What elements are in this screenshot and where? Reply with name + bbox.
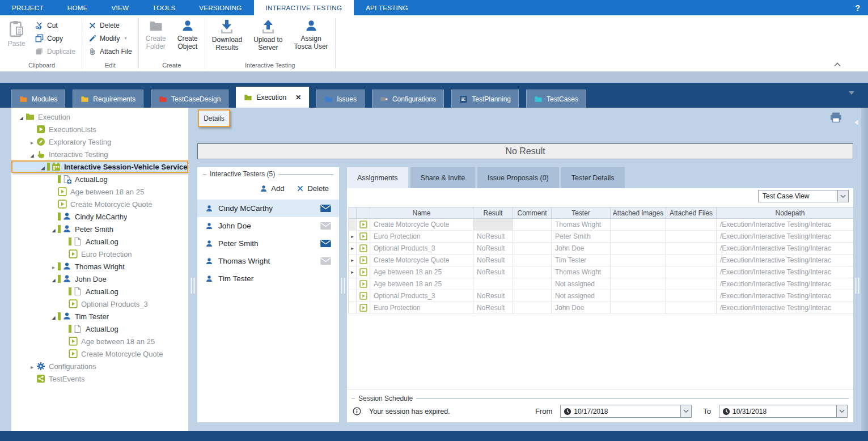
cell-result[interactable]: [473, 219, 513, 231]
collapsed-side-panel[interactable]: [861, 108, 868, 431]
splitter-handle-icon[interactable]: [856, 278, 859, 294]
tester-row[interactable]: Thomas Wright: [197, 252, 339, 270]
tree-item[interactable]: Configurations: [11, 360, 188, 372]
cell-comment[interactable]: [513, 219, 552, 231]
menu-item[interactable]: VERSIONING: [187, 0, 253, 15]
add-tester-button[interactable]: Add: [260, 184, 284, 193]
create-object-button[interactable]: CreateObject: [173, 18, 202, 50]
tree-item[interactable]: Create Motorcycle Quote: [11, 347, 188, 360]
testers-splitter[interactable]: [339, 108, 347, 431]
cell-result[interactable]: NoResult: [473, 302, 513, 314]
create-folder-button[interactable]: CreateFolder: [142, 18, 170, 50]
tree-item[interactable]: Cindy McCarthy: [11, 210, 188, 223]
column-header-tester[interactable]: Tester: [552, 207, 611, 218]
attach-file-button[interactable]: Attach File: [85, 45, 136, 57]
tree-item[interactable]: Euro Protection: [11, 248, 188, 260]
cell-comment[interactable]: [513, 278, 552, 290]
workspace-tab[interactable]: TestCases: [526, 90, 586, 108]
cell-attached-files[interactable]: [666, 243, 717, 255]
row-expand-icon[interactable]: ▸: [351, 245, 354, 251]
cell-name[interactable]: Create Motorcycle Quote: [370, 219, 473, 231]
cell-attached-images[interactable]: [611, 302, 666, 314]
row-gutter[interactable]: ▸: [349, 243, 357, 255]
tree-item[interactable]: Optional Products_3: [11, 298, 188, 310]
row-gutter[interactable]: [349, 278, 357, 290]
tree-item[interactable]: Thomas Wright: [11, 260, 188, 273]
table-row[interactable]: ▸ Create Motorcycle Quote NoResult Tim T…: [349, 255, 853, 266]
cell-tester[interactable]: Tim Tester: [552, 255, 611, 266]
row-gutter[interactable]: [349, 302, 357, 314]
row-expand-icon[interactable]: ▸: [351, 234, 354, 239]
tree-item[interactable]: Execution: [11, 111, 188, 123]
row-expand-icon[interactable]: ▸: [351, 269, 354, 275]
detail-tab[interactable]: Share & Invite: [410, 167, 476, 188]
cell-attached-files[interactable]: [666, 219, 717, 231]
cell-nodepath[interactable]: /Execution/Interactive Testing/Interac: [717, 255, 853, 266]
cell-tester[interactable]: Thomas Wright: [552, 266, 611, 278]
cell-attached-images[interactable]: [611, 255, 666, 266]
tree-item[interactable]: Peter Smith: [11, 223, 188, 235]
cell-comment[interactable]: [513, 302, 552, 314]
help-icon[interactable]: ?: [855, 0, 860, 15]
row-gutter[interactable]: ▸: [349, 231, 357, 243]
tree-item[interactable]: Age between 18 an 25: [11, 335, 188, 347]
chevron-down-icon[interactable]: [837, 190, 848, 202]
cell-nodepath[interactable]: /Execution/Interactive Testing/Interac: [717, 290, 853, 302]
workspace-tab[interactable]: Execution ✕: [236, 87, 309, 108]
tree-item[interactable]: ActualLog: [11, 235, 188, 248]
from-date-picker[interactable]: 10/17/2018: [560, 405, 692, 418]
cell-attached-images[interactable]: [611, 231, 666, 243]
assign-tosca-user-button[interactable]: AssignTosca User: [290, 18, 332, 50]
cell-name[interactable]: Create Motorcycle Quote: [370, 255, 473, 266]
tree-item[interactable]: Tim Tester: [11, 310, 188, 323]
delete-button[interactable]: Delete: [85, 19, 136, 31]
to-date-picker[interactable]: 10/31/2018: [719, 405, 848, 418]
cell-result[interactable]: NoResult: [473, 243, 513, 255]
row-gutter[interactable]: ▸: [349, 266, 357, 278]
download-results-button[interactable]: DownloadResults: [208, 18, 246, 52]
tree-splitter[interactable]: [188, 108, 197, 431]
cell-attached-images[interactable]: [611, 290, 666, 302]
tree-expander-icon[interactable]: [49, 312, 58, 321]
close-icon[interactable]: ✕: [295, 94, 301, 101]
detail-tab[interactable]: Assignments: [347, 167, 408, 188]
cell-comment[interactable]: [513, 290, 552, 302]
table-row[interactable]: ▸ Age between 18 an 25 NoResult Thomas W…: [349, 266, 853, 278]
cell-result[interactable]: NoResult: [473, 231, 513, 243]
cell-tester[interactable]: Thomas Wright: [552, 219, 611, 231]
cell-name[interactable]: Euro Protection: [370, 231, 473, 243]
tree-item[interactable]: ExecutionLists: [11, 123, 188, 135]
ribbon-collapse-icon[interactable]: [834, 62, 841, 67]
print-icon[interactable]: [830, 112, 842, 122]
tester-row[interactable]: Cindy McCarthy: [197, 200, 339, 217]
duplicate-button[interactable]: Duplicate: [32, 45, 79, 57]
tree-item[interactable]: John Doe: [11, 273, 188, 285]
table-row[interactable]: ▸ Optional Products_3 NoResult John Doe …: [349, 243, 853, 255]
tree-item[interactable]: Interactive Session-Vehicle Services: [11, 160, 188, 173]
row-gutter[interactable]: [349, 290, 357, 302]
chevron-down-icon[interactable]: [836, 405, 847, 417]
cell-attached-files[interactable]: [666, 290, 717, 302]
cell-comment[interactable]: [513, 231, 552, 243]
workspace-tab[interactable]: TestCaseDesign: [151, 90, 228, 108]
workspace-tab[interactable]: Modules: [11, 90, 65, 108]
tester-row[interactable]: Peter Smith: [197, 235, 339, 252]
cell-attached-images[interactable]: [611, 243, 666, 255]
cell-attached-files[interactable]: [666, 278, 717, 290]
modify-dropdown-arrow[interactable]: ▾: [124, 36, 126, 41]
cell-attached-files[interactable]: [666, 302, 717, 314]
cell-nodepath[interactable]: /Execution/Interactive Testing/Interac: [717, 231, 853, 243]
envelope-icon[interactable]: [320, 222, 331, 230]
menu-item[interactable]: API TESTING: [354, 0, 420, 15]
menu-item[interactable]: TOOLS: [141, 0, 187, 15]
cell-attached-images[interactable]: [611, 266, 666, 278]
cell-nodepath[interactable]: /Execution/Interactive Testing/Interac: [717, 278, 853, 290]
cell-name[interactable]: Age between 18 an 25: [370, 278, 473, 290]
cell-tester[interactable]: Not assigned: [552, 290, 611, 302]
tree-item[interactable]: Age between 18 an 25: [11, 185, 188, 198]
paste-button[interactable]: Paste: [5, 18, 28, 48]
cell-attached-images[interactable]: [611, 219, 666, 231]
cell-result[interactable]: NoResult: [473, 266, 513, 278]
tree-expander-icon[interactable]: [49, 262, 58, 271]
column-header-name[interactable]: Name: [370, 207, 473, 218]
